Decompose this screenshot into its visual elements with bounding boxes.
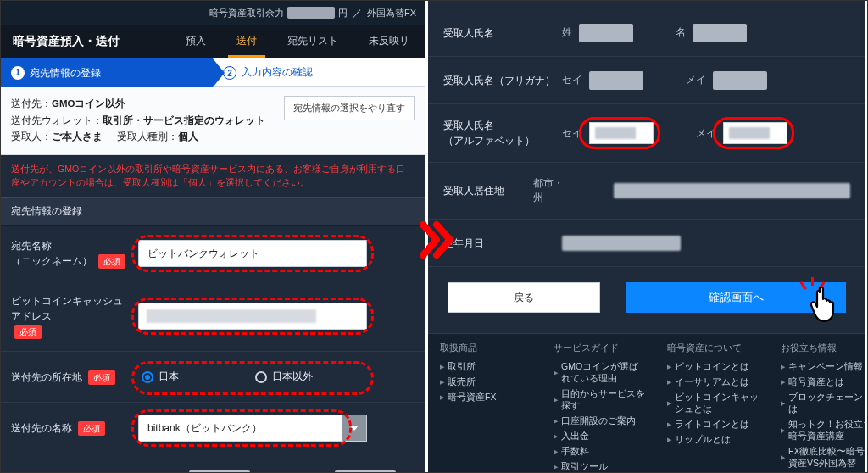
required-badge: 必須 [78,421,105,436]
required-badge: 必須 [98,254,125,269]
back-button[interactable]: 戻る [448,282,600,313]
radio-dot-icon [255,371,267,383]
row-destination-name: 送付先の名称 必須 bitbank（ビットバンク） [1,403,425,454]
confirm-button[interactable]: 確認画面へ [626,282,846,313]
mei-input-masked[interactable] [335,470,396,472]
row-location: 送付先の所在地 必須 日本 日本以外 [1,352,425,403]
step-2: 2 入力内容の確認 [213,58,425,87]
tab-deposit[interactable]: 預入 [170,25,221,58]
address-value-masked [614,183,850,198]
footer-col-products: 取扱商品 取引所 販売所 暗号資産FX [440,342,533,472]
dob-value-masked [562,236,681,251]
footer-col-useful: お役立ち情報 キャンペーン情報 暗号資産とは ブロックチェーンとは 知っトク！お… [781,342,865,472]
warning-text: 送付先が、GMOコイン以外の取引所や暗号資産サービス内にある、お客様ご自身が利用… [1,155,425,198]
right-row-address: 受取人居住地 都市・州 [428,163,865,220]
section-title: 宛先情報の登録 [1,197,425,226]
destination-summary: 送付先：GMOコイン以外 送付先ウォレット：取引所・サービス指定のウォレット 受… [1,87,425,155]
tab-bar: 預入 送付 宛先リスト 未反映リ [170,25,425,58]
mei-kana-masked [713,71,767,90]
row-recipient-name: 受取人氏名 姓 名 [1,454,425,472]
location-label: 送付先の所在地 [11,371,82,383]
radio-japan[interactable]: 日本 [142,370,179,384]
reselect-button[interactable]: 宛先情報の選択をやり直す [284,96,415,120]
right-row-kana: 受取人氏名（フリガナ） セイ メイ [428,57,865,104]
fx-label: 外国為替FX [367,7,416,19]
tab-pending[interactable]: 未反映リ [353,25,425,58]
row-address: ビットコインキャッシュ アドレス 必須 [1,281,425,352]
nickname-label: 宛先名称 （ニックネーム） [11,240,92,267]
footer-col-guide: サービスガイド GMOコインが選ばれている理由 目的からサービスを探す 口座開設… [554,342,647,472]
masked-balance [287,7,335,19]
step-bar: 1 宛先情報の登録 2 入力内容の確認 [1,58,425,87]
required-badge: 必須 [88,370,115,385]
page-title: 暗号資産預入・送付 [1,25,131,58]
mei-value-masked [693,24,747,42]
footer-nav: 取扱商品 取引所 販売所 暗号資産FX サービスガイド GMOコインが選ばれてい… [428,333,865,472]
chevron-down-icon [342,415,366,441]
right-row-alpha: 受取人氏名 （アルファベット） セイ メイ [428,104,865,163]
radio-outside-japan[interactable]: 日本以外 [255,370,313,384]
nickname-input[interactable] [138,240,367,267]
balance-suffix: 円 [338,7,348,19]
sei-alpha-input[interactable] [589,122,654,144]
step-1: 1 宛先情報の登録 [1,58,213,87]
destination-name-select[interactable]: bitbank（ビットバンク） [138,415,367,442]
radio-dot-icon [142,371,153,383]
balance-prefix: 暗号資産取引余力 [209,7,284,19]
row-nickname: 宛先名称 （ニックネーム） 必須 [1,226,425,281]
right-row-name: 受取人氏名 姓 名 [428,9,865,57]
sei-value-masked [579,24,633,42]
dest-name-label: 送付先の名称 [11,422,72,434]
right-row-dob: 生年月日 [428,220,865,267]
required-badge: 必須 [14,325,42,339]
sei-kana-masked [589,71,643,90]
address-label: ビットコインキャッシュ アドレス [11,295,123,322]
tab-send[interactable]: 送付 [221,25,272,58]
sei-input-masked[interactable] [189,470,250,472]
top-status-bar: 暗号資産取引余力 円 ／ 外国為替FX [1,1,425,25]
mei-alpha-input[interactable] [723,122,787,144]
footer-col-crypto: 暗号資産について ビットコインとは イーサリアムとは ビットコインキャッシュとは… [667,342,760,472]
tab-address-list[interactable]: 宛先リスト [272,25,353,58]
